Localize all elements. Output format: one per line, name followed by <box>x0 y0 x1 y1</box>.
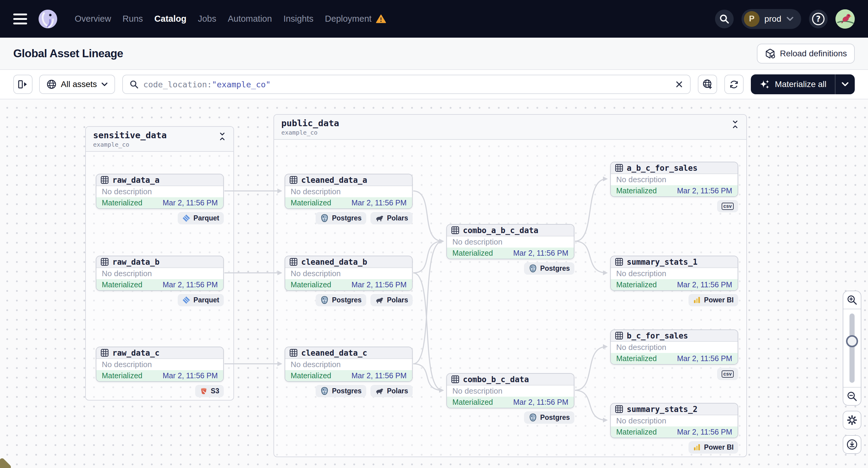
table-icon <box>101 349 109 357</box>
asset-node[interactable]: raw_data_b No description Materialized M… <box>96 256 224 291</box>
reload-definitions-button[interactable]: Reload definitions <box>757 44 855 64</box>
hamburger-icon[interactable] <box>13 13 27 24</box>
zoom-in-button[interactable] <box>843 291 861 309</box>
collapse-group-button[interactable] <box>731 118 739 130</box>
asset-tag-Polars[interactable]: Polars <box>370 294 413 306</box>
asset-name: b_c_for_sales <box>627 331 688 340</box>
asset-node-wrapper: combo_b_c_data No description Materializ… <box>446 373 575 424</box>
asset-node-header: cleaned_data_b <box>285 256 412 268</box>
nav-item-overview[interactable]: Overview <box>75 14 111 24</box>
materialization-timestamp: Mar 2, 11:56 PM <box>677 354 732 363</box>
materialized-badge: Materialized <box>291 280 331 289</box>
add-code-location-button[interactable] <box>698 75 717 94</box>
search-button[interactable] <box>715 10 734 28</box>
help-button[interactable]: ? <box>809 10 828 28</box>
materialize-all-button[interactable]: Materialize all <box>751 74 835 94</box>
svg-text:?: ? <box>816 14 820 24</box>
asset-node-header: raw_data_a <box>96 175 223 186</box>
zoom-slider-track[interactable] <box>849 313 855 383</box>
asset-node[interactable]: raw_data_a No description Materialized M… <box>96 174 224 209</box>
asset-tag-csv[interactable]: csv <box>717 200 738 212</box>
table-icon <box>289 176 298 184</box>
asset-node[interactable]: combo_a_b_c_data No description Material… <box>446 224 575 259</box>
materialized-badge: Materialized <box>616 428 657 436</box>
asset-status-row: Materialized Mar 2, 11:56 PM <box>447 248 574 259</box>
nav-item-jobs[interactable]: Jobs <box>198 14 216 24</box>
nav-item-insights[interactable]: Insights <box>283 14 313 24</box>
group-code-location: example_co <box>281 129 339 136</box>
search-input[interactable]: code_location:"example_co" <box>122 75 691 94</box>
materialized-badge: Materialized <box>102 371 143 380</box>
materialized-badge: Materialized <box>291 371 331 380</box>
asset-tag-Polars[interactable]: Polars <box>370 385 413 397</box>
polars-icon <box>375 387 384 395</box>
asset-node-wrapper: cleaned_data_b No description Materializ… <box>285 256 413 306</box>
asset-tag-Postgres[interactable]: Postgres <box>316 385 366 397</box>
lineage-canvas[interactable]: sensitive_data example_co public_data ex… <box>0 99 868 468</box>
asset-status-row: Materialized Mar 2, 11:56 PM <box>611 185 738 196</box>
nav-item-runs[interactable]: Runs <box>123 14 143 24</box>
asset-tag-csv[interactable]: csv <box>717 368 738 380</box>
asset-node-header: cleaned_data_c <box>285 347 412 359</box>
nav-item-automation[interactable]: Automation <box>228 14 272 24</box>
download-image-button[interactable] <box>843 435 861 454</box>
asset-tag-Postgres[interactable]: Postgres <box>524 262 575 275</box>
asset-tag-Parquet[interactable]: Parquet <box>178 294 224 306</box>
asset-node[interactable]: raw_data_c No description Materialized M… <box>96 347 224 382</box>
asset-node[interactable]: summary_stats_1 No description Materiali… <box>610 256 738 291</box>
asset-tag-Power BI[interactable]: Power BI <box>688 294 738 306</box>
deployment-switcher[interactable]: P prod <box>742 9 801 29</box>
asset-tag-Postgres[interactable]: Postgres <box>524 411 575 424</box>
asset-status-row: Materialized Mar 2, 11:56 PM <box>611 279 738 290</box>
asset-description: No description <box>447 237 574 248</box>
clear-search-button[interactable] <box>675 80 683 89</box>
parquet-icon <box>182 296 190 304</box>
asset-description: No description <box>447 385 574 397</box>
asset-name: summary_stats_2 <box>627 405 698 414</box>
asset-tag-S3[interactable]: S3 <box>195 385 224 397</box>
asset-node-header: a_b_c_for_sales <box>611 162 738 174</box>
collapse-group-button[interactable] <box>218 130 226 142</box>
asset-name: cleaned_data_b <box>301 257 367 267</box>
refresh-button[interactable] <box>724 75 744 94</box>
asset-node[interactable]: cleaned_data_a No description Materializ… <box>285 174 413 209</box>
asset-status-row: Materialized Mar 2, 11:56 PM <box>285 279 412 290</box>
asset-status-row: Materialized Mar 2, 11:56 PM <box>285 370 412 381</box>
materialized-badge: Materialized <box>616 354 657 363</box>
asset-tag-Parquet[interactable]: Parquet <box>178 212 224 224</box>
chevron-down-icon <box>841 82 849 87</box>
zoom-slider-handle[interactable] <box>846 335 858 347</box>
asset-node[interactable]: cleaned_data_c No description Materializ… <box>285 347 413 382</box>
open-panel-button[interactable] <box>13 75 33 94</box>
asset-tags: S3 <box>96 385 224 397</box>
zoom-out-button[interactable] <box>843 387 861 405</box>
user-avatar[interactable] <box>835 9 855 29</box>
asset-tag-Polars[interactable]: Polars <box>370 212 413 224</box>
materialize-options-button[interactable] <box>835 74 855 94</box>
asset-node-wrapper: summary_stats_2 No description Materiali… <box>610 403 738 454</box>
asset-description: No description <box>611 174 738 185</box>
asset-tag-Postgres[interactable]: Postgres <box>316 294 366 306</box>
materialized-badge: Materialized <box>102 198 143 207</box>
refresh-icon <box>728 79 739 90</box>
asset-status-row: Materialized Mar 2, 11:56 PM <box>285 197 412 209</box>
asset-node[interactable]: cleaned_data_b No description Materializ… <box>285 256 413 291</box>
globe-icon <box>46 79 57 89</box>
nav-item-deployment[interactable]: Deployment <box>325 14 386 24</box>
asset-node[interactable]: combo_b_c_data No description Materializ… <box>446 373 575 408</box>
polars-icon <box>375 215 384 222</box>
asset-node[interactable]: summary_stats_2 No description Materiali… <box>610 403 738 438</box>
asset-node-wrapper: combo_a_b_c_data No description Material… <box>446 224 575 275</box>
asset-tag-Power BI[interactable]: Power BI <box>688 441 738 454</box>
dagster-logo[interactable] <box>38 9 58 29</box>
asset-node[interactable]: a_b_c_for_sales No description Materiali… <box>610 162 738 197</box>
asset-description: No description <box>285 186 412 197</box>
graph-settings-button[interactable] <box>843 411 861 430</box>
nav-item-catalog[interactable]: Catalog <box>155 14 186 24</box>
asset-name: cleaned_data_a <box>301 176 367 185</box>
asset-node[interactable]: b_c_for_sales No description Materialize… <box>610 330 738 365</box>
asset-scope-dropdown[interactable]: All assets <box>39 75 115 94</box>
zoom-slider[interactable] <box>843 309 861 387</box>
asset-tag-Postgres[interactable]: Postgres <box>316 212 366 224</box>
clear-icon <box>675 80 683 89</box>
